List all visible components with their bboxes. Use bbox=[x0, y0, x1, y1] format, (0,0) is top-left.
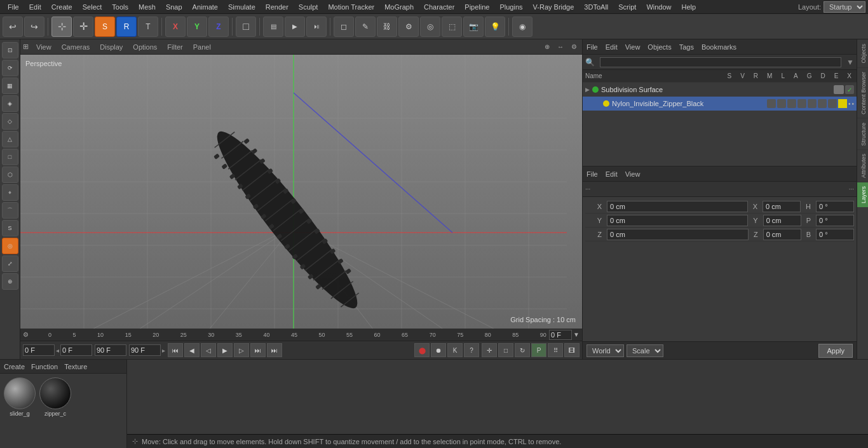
select-tool-button[interactable]: ⊹ bbox=[51, 17, 72, 37]
left-btn-3[interactable]: ▦ bbox=[2, 78, 18, 94]
om-search-input[interactable] bbox=[600, 57, 841, 67]
layout-dropdown[interactable]: Startup bbox=[824, 1, 865, 13]
vtab-attributes[interactable]: Attributes bbox=[857, 149, 868, 182]
menu-file[interactable]: File bbox=[3, 2, 24, 12]
attr-header-file[interactable]: File bbox=[587, 170, 598, 178]
menu-snap[interactable]: Snap bbox=[161, 2, 187, 12]
attr-header-view[interactable]: View bbox=[625, 170, 641, 178]
left-btn-7[interactable]: □ bbox=[2, 149, 18, 165]
attr-y-size[interactable] bbox=[763, 215, 801, 226]
menu-select[interactable]: Select bbox=[78, 2, 107, 12]
redo-button[interactable]: ↪ bbox=[24, 17, 44, 37]
current-frame-input[interactable] bbox=[549, 330, 572, 340]
menu-mograph[interactable]: MoGraph bbox=[379, 2, 419, 12]
pb-key[interactable]: K bbox=[447, 343, 463, 357]
object-mode-button[interactable]: □ bbox=[236, 17, 256, 37]
attr-header-edit[interactable]: Edit bbox=[606, 170, 618, 178]
pb-record[interactable]: ⬤ bbox=[414, 343, 430, 357]
menu-mesh[interactable]: Mesh bbox=[133, 2, 161, 12]
scale-tool-button[interactable]: S bbox=[95, 17, 115, 37]
pb-rotate[interactable]: ↻ bbox=[515, 343, 530, 357]
om-tag-4[interactable] bbox=[797, 99, 806, 108]
cube-button[interactable]: ◻ bbox=[334, 17, 354, 37]
vtab-content-browser[interactable]: Content Browser bbox=[857, 67, 868, 118]
om-tag-1[interactable] bbox=[767, 99, 776, 108]
pb-film[interactable]: 🎞 bbox=[564, 343, 580, 357]
om-tag-5[interactable] bbox=[808, 99, 817, 108]
vp-tab-cameras[interactable]: Cameras bbox=[57, 42, 95, 52]
chain-button[interactable]: ⛓ bbox=[377, 17, 397, 37]
om-row-zipper[interactable]: Nylon_Invisible_Zipper_Black bbox=[583, 97, 857, 111]
pb-pin[interactable]: P bbox=[531, 343, 546, 357]
left-btn-5[interactable]: ◇ bbox=[2, 113, 18, 130]
pb-help[interactable]: ? bbox=[464, 343, 479, 357]
pb-go-start[interactable]: ⏮ bbox=[168, 343, 183, 357]
menu-character[interactable]: Character bbox=[419, 2, 459, 12]
attr-h-rot[interactable] bbox=[816, 201, 854, 212]
menu-create[interactable]: Create bbox=[46, 2, 78, 12]
pb-go-end[interactable]: ⏭ bbox=[250, 343, 266, 357]
coord-z-button[interactable]: Z bbox=[208, 17, 229, 37]
floor-button[interactable]: ⬚ bbox=[442, 17, 462, 37]
menu-edit[interactable]: Edit bbox=[24, 2, 46, 12]
move-tool-button[interactable]: ✛ bbox=[73, 17, 93, 37]
vp-tab-display[interactable]: Display bbox=[95, 42, 128, 52]
left-btn-2[interactable]: ⟳ bbox=[2, 60, 18, 76]
render-all-button[interactable]: ⏯ bbox=[306, 17, 327, 37]
pb-go-last[interactable]: ⏭ bbox=[267, 343, 282, 357]
light-button[interactable]: 💡 bbox=[485, 17, 505, 37]
attr-z-size[interactable] bbox=[763, 229, 801, 240]
vp-icon-move[interactable]: ↔ bbox=[555, 41, 566, 53]
om-tag-2[interactable] bbox=[777, 99, 786, 108]
menu-script[interactable]: Script bbox=[613, 2, 641, 12]
transform-tool-button[interactable]: T bbox=[138, 17, 158, 37]
om-tag-6[interactable] bbox=[818, 99, 827, 108]
menu-animate[interactable]: Animate bbox=[187, 2, 223, 12]
render-active-button[interactable]: ▶ bbox=[285, 17, 305, 37]
frame-start-field[interactable] bbox=[23, 344, 55, 356]
attr-y-pos[interactable] bbox=[607, 215, 748, 226]
left-btn-11[interactable]: S bbox=[2, 220, 18, 236]
frame-end-field[interactable] bbox=[95, 344, 126, 356]
pen-button[interactable]: ✎ bbox=[355, 17, 376, 37]
vp-tab-panel[interactable]: Panel bbox=[188, 42, 216, 52]
camera-button[interactable]: 📷 bbox=[463, 17, 484, 37]
effector-button[interactable]: ⚙ bbox=[398, 17, 419, 37]
attr-z-pos[interactable] bbox=[607, 229, 749, 240]
om-checkmark[interactable]: ✓ bbox=[845, 85, 854, 94]
om-header-bookmarks[interactable]: Bookmarks bbox=[702, 43, 736, 51]
om-material-tag[interactable] bbox=[838, 99, 847, 108]
timeline-settings-icon[interactable]: ⚙ bbox=[23, 331, 29, 338]
apply-button[interactable]: Apply bbox=[818, 344, 853, 358]
vp-icon-grid[interactable]: ⊕ bbox=[541, 41, 553, 53]
frame-current-field[interactable] bbox=[60, 344, 92, 356]
attr-x-size[interactable] bbox=[763, 201, 801, 212]
om-header-tags[interactable]: Tags bbox=[679, 43, 694, 51]
om-row-subdivision[interactable]: ▶ Subdivision Surface ✓ bbox=[583, 83, 857, 97]
left-btn-12[interactable]: ◎ bbox=[2, 238, 18, 254]
menu-plugins[interactable]: Plugins bbox=[494, 2, 527, 12]
rotate-tool-button[interactable]: R bbox=[116, 17, 137, 37]
vtab-objects[interactable]: Objects bbox=[857, 39, 868, 67]
undo-button[interactable]: ↩ bbox=[3, 17, 23, 37]
pb-play-back[interactable]: ◁ bbox=[201, 343, 216, 357]
material-slider-g[interactable]: slider_g bbox=[4, 377, 36, 417]
left-btn-13[interactable]: ⤢ bbox=[2, 255, 18, 272]
menu-render[interactable]: Render bbox=[261, 2, 294, 12]
material-button[interactable]: ◉ bbox=[512, 17, 532, 37]
menu-simulate[interactable]: Simulate bbox=[223, 2, 261, 12]
left-btn-6[interactable]: △ bbox=[2, 131, 18, 147]
om-filter-icon[interactable]: ▼ bbox=[846, 58, 854, 67]
vp-tab-view[interactable]: View bbox=[31, 42, 57, 52]
menu-help[interactable]: Help bbox=[677, 2, 702, 12]
vtab-structure[interactable]: Structure bbox=[857, 118, 868, 150]
om-tag-7[interactable] bbox=[828, 99, 837, 108]
mat-create[interactable]: Create bbox=[4, 363, 25, 370]
left-btn-9[interactable]: ⌖ bbox=[2, 184, 18, 201]
menu-vray[interactable]: V-Ray Bridge bbox=[528, 2, 580, 12]
om-tag-3[interactable] bbox=[787, 99, 796, 108]
left-btn-1[interactable]: ⊡ bbox=[2, 42, 18, 58]
vtab-layers[interactable]: Layers bbox=[857, 182, 868, 207]
om-header-file[interactable]: File bbox=[587, 43, 598, 51]
om-header-objects[interactable]: Objects bbox=[648, 43, 671, 51]
